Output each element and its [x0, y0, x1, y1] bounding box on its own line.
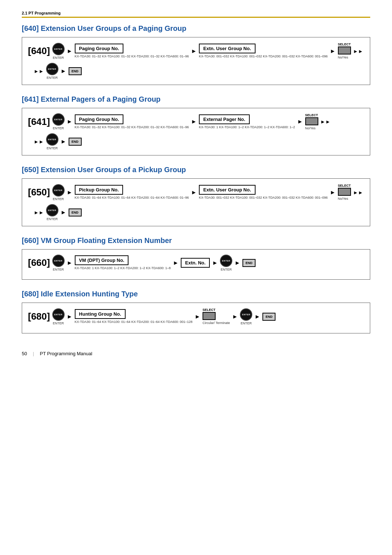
- end-box: END: [262, 313, 275, 321]
- double-arrow-icon: ►►: [34, 68, 44, 74]
- arrow-right-icon: ►: [232, 313, 238, 320]
- arrow-right-icon: ►: [212, 260, 218, 266]
- arrow-right-icon: ►: [330, 189, 336, 196]
- diagram-row: ►►ENTERENTER►END: [28, 133, 364, 150]
- enter-button: ENTERENTER: [240, 308, 252, 325]
- main-content: [640] Extension User Groups of a Paging …: [22, 24, 370, 333]
- arrow-right-icon: ►: [61, 209, 66, 216]
- double-arrow-icon: ►►: [320, 119, 331, 125]
- arrow-right-icon: ►: [191, 189, 197, 196]
- enter-button: ENTERENTER: [52, 113, 65, 130]
- section-header-bar: 2.1 PT Programming: [22, 11, 370, 18]
- enter-button: ENTERENTER: [52, 43, 65, 60]
- end-box: END: [69, 67, 82, 75]
- diagram-row: [660]ENTERENTER►VM (DPT) Group No.KX-TDA…: [28, 255, 364, 271]
- footer-text: PT Programming Manual: [40, 351, 92, 356]
- arrow-right-icon: ►: [195, 313, 200, 320]
- enter-button: ENTERENTER: [46, 133, 58, 150]
- num-label: [650]: [28, 187, 50, 198]
- labeled-box: Paging Group No.KX-TDA30: 01–32 KX-TDA10…: [75, 44, 189, 59]
- diagram-row: [680]ENTERENTER►Hunting Group No.KX-TDA3…: [28, 308, 364, 325]
- extn-box: Extn. No.: [181, 258, 210, 268]
- arrow-right-icon: ►: [67, 313, 73, 320]
- diagram-row: [640]ENTERENTER►Paging Group No.KX-TDA30…: [28, 42, 364, 60]
- num-label: [660]: [28, 257, 50, 268]
- diagram-row: [641]ENTERENTER►Paging Group No.KX-TDA30…: [28, 113, 364, 131]
- arrow-right-icon: ►: [173, 260, 179, 266]
- diagram-box-650: [650]ENTERENTER►Pickup Group No.KX-TDA30…: [22, 178, 370, 226]
- num-label: [640]: [28, 45, 50, 57]
- enter-button: ENTERENTER: [46, 63, 58, 80]
- arrow-right-icon: ►: [67, 48, 73, 54]
- arrow-right-icon: ►: [61, 138, 66, 145]
- double-arrow-icon: ►►: [34, 210, 44, 215]
- enter-button: ENTERENTER: [52, 255, 65, 271]
- double-arrow-icon: ►►: [353, 190, 363, 195]
- num-label: [680]: [28, 311, 50, 322]
- select-box: SELECTNo/Yes: [338, 184, 351, 201]
- end-box: END: [242, 259, 256, 267]
- labeled-box: Hunting Group No.KX-TDA30: 01–64 KX-TDA1…: [75, 309, 193, 324]
- arrow-right-icon: ►: [330, 48, 336, 54]
- diagram-box-640: [640]ENTERENTER►Paging Group No.KX-TDA30…: [22, 37, 370, 85]
- diagram-row: ►►ENTERENTER►END: [28, 204, 364, 221]
- select-box: SELECTNo/Yes: [338, 42, 351, 60]
- labeled-box: External Pager No.KX-TDA30: 1 KX-TDA100:…: [199, 114, 295, 130]
- enter-button: ENTERENTER: [52, 184, 65, 201]
- enter-button: ENTERENTER: [220, 255, 232, 271]
- arrow-right-icon: ►: [234, 260, 240, 266]
- end-box: END: [69, 138, 82, 146]
- section-title-650: [650] Extension User Groups of a Pickup …: [22, 166, 370, 174]
- arrow-right-icon: ►: [297, 118, 303, 125]
- select-box: SELECTCircular/ Terminate: [203, 308, 230, 325]
- labeled-box: Extn. User Group No.KX-TDA30: 001–032 KX…: [199, 44, 328, 59]
- enter-button: ENTERENTER: [46, 204, 58, 221]
- page-number: 50: [22, 351, 27, 356]
- labeled-box: Pickup Group No.KX-TDA30: 01–64 KX-TDA10…: [75, 185, 189, 200]
- num-label: [641]: [28, 116, 50, 127]
- section-title-680: [680] Idle Extension Hunting Type: [22, 290, 370, 298]
- end-box: END: [69, 208, 82, 216]
- double-arrow-icon: ►►: [353, 48, 363, 54]
- diagram-box-680: [680]ENTERENTER►Hunting Group No.KX-TDA3…: [22, 303, 370, 334]
- diagram-box-660: [660]ENTERENTER►VM (DPT) Group No.KX-TDA…: [22, 249, 370, 280]
- diagram-row: ►►ENTERENTER►END: [28, 63, 364, 80]
- arrow-right-icon: ►: [191, 48, 197, 54]
- arrow-right-icon: ►: [61, 68, 66, 74]
- diagram-box-641: [641]ENTERENTER►Paging Group No.KX-TDA30…: [22, 108, 370, 156]
- arrow-right-icon: ►: [67, 118, 73, 125]
- page-footer: 50 | PT Programming Manual: [22, 344, 370, 356]
- section-title-641: [641] External Pagers of a Paging Group: [22, 95, 370, 104]
- arrow-right-icon: ►: [254, 313, 260, 320]
- enter-button: ENTERENTER: [52, 308, 65, 325]
- section-title-640: [640] Extension User Groups of a Paging …: [22, 24, 370, 33]
- diagram-row: [650]ENTERENTER►Pickup Group No.KX-TDA30…: [28, 184, 364, 201]
- labeled-box: Extn. User Group No.KX-TDA30: 001–032 KX…: [199, 185, 328, 200]
- double-arrow-icon: ►►: [34, 139, 44, 145]
- select-box: SELECTNo/Yes: [305, 113, 318, 131]
- arrow-right-icon: ►: [67, 260, 73, 266]
- labeled-box: Paging Group No.KX-TDA30: 01–32 KX-TDA10…: [75, 114, 189, 130]
- section-title-660: [660] VM Group Floating Extension Number: [22, 236, 370, 245]
- arrow-right-icon: ►: [67, 189, 73, 196]
- arrow-right-icon: ►: [191, 118, 197, 125]
- labeled-box: VM (DPT) Group No.KX-TDA30: 1 KX-TDA100:…: [75, 255, 171, 271]
